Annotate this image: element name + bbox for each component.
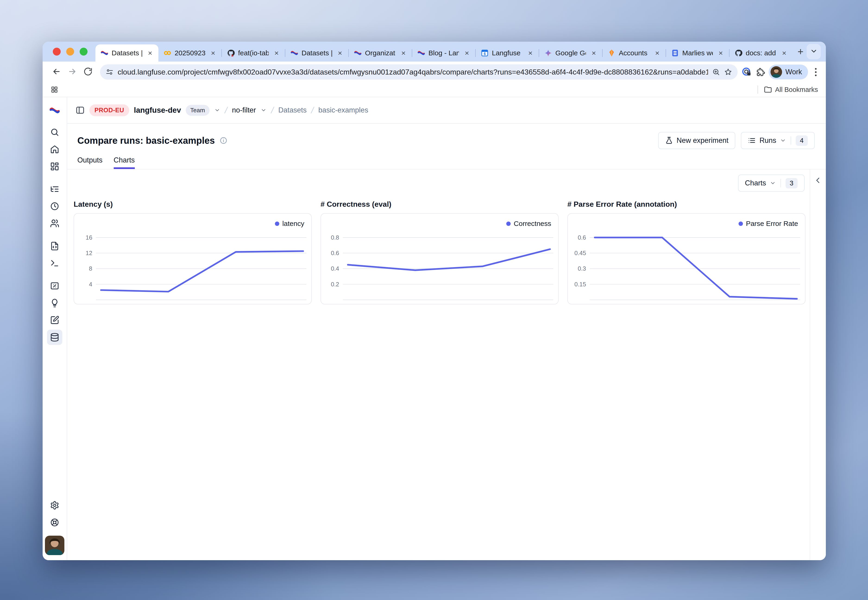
password-manager-extension-icon[interactable] bbox=[742, 67, 751, 77]
view-tabs: OutputsCharts bbox=[67, 149, 826, 170]
close-tab-icon[interactable]: × bbox=[208, 48, 218, 58]
close-tab-icon[interactable]: × bbox=[399, 48, 408, 58]
close-tab-icon[interactable]: × bbox=[335, 48, 344, 58]
close-tab-icon[interactable]: × bbox=[653, 48, 662, 58]
collapse-panel-strip bbox=[810, 170, 826, 560]
sidebar-item-playground[interactable] bbox=[47, 256, 62, 271]
minimize-window-button[interactable] bbox=[66, 48, 74, 56]
browser-tab[interactable]: xfeat(io-tab× bbox=[222, 44, 285, 62]
browser-tab[interactable]: Datasets | L× bbox=[285, 44, 348, 62]
page-zoom-icon[interactable] bbox=[712, 68, 720, 76]
svg-text:8: 8 bbox=[89, 265, 92, 272]
tab-search-button[interactable] bbox=[807, 44, 821, 59]
browser-tab[interactable]: Accounts |× bbox=[602, 44, 666, 62]
sidebar-item-sessions[interactable] bbox=[47, 198, 62, 214]
tab-title: Accounts | bbox=[619, 49, 649, 57]
sidebar-item-datasets[interactable] bbox=[47, 330, 62, 345]
chart-line-series bbox=[101, 251, 303, 292]
address-bar[interactable]: cloud.langfuse.com/project/cmfwgv8fx002o… bbox=[100, 64, 737, 80]
bookmark-star-icon[interactable] bbox=[724, 68, 732, 76]
sidebar-item-prompts[interactable] bbox=[47, 238, 62, 254]
close-tab-icon[interactable]: × bbox=[716, 48, 725, 58]
folder-icon bbox=[764, 86, 772, 94]
charts-row: Latency (s)161284latency# Correctness (e… bbox=[67, 194, 826, 305]
apps-grid-icon[interactable] bbox=[50, 86, 58, 94]
chevron-down-icon bbox=[810, 47, 818, 56]
page-title-row: Compare runs: basic-examples New experim… bbox=[67, 124, 826, 149]
charts-dropdown-button[interactable]: Charts 3 bbox=[738, 174, 804, 192]
environment-badge[interactable]: PROD-EU bbox=[90, 105, 129, 116]
sidebar-item-search[interactable] bbox=[47, 124, 62, 140]
user-avatar[interactable] bbox=[45, 536, 64, 555]
tab-title: Organizatio bbox=[365, 49, 396, 57]
breadcrumb-datasets[interactable]: Datasets bbox=[278, 106, 307, 114]
sidebar-item-support[interactable] bbox=[47, 515, 62, 530]
url-text[interactable]: cloud.langfuse.com/project/cmfwgv8fx002o… bbox=[118, 68, 708, 76]
browser-tab[interactable]: Organizatio× bbox=[349, 44, 412, 62]
close-tab-icon[interactable]: × bbox=[526, 48, 535, 58]
sidebar-item-settings[interactable] bbox=[47, 498, 62, 513]
site-settings-icon[interactable] bbox=[106, 68, 114, 76]
sidebar-item-tracing[interactable] bbox=[47, 182, 62, 197]
all-bookmarks-label: All Bookmarks bbox=[775, 86, 818, 94]
browser-tab[interactable]: Marlies we× bbox=[666, 44, 729, 62]
fullscreen-window-button[interactable] bbox=[80, 48, 88, 56]
close-tab-icon[interactable]: × bbox=[780, 48, 789, 58]
close-tab-icon[interactable]: × bbox=[146, 48, 155, 58]
org-switcher-chevron-icon[interactable] bbox=[214, 107, 220, 113]
sidebar-item-home[interactable] bbox=[47, 142, 62, 157]
back-button[interactable] bbox=[50, 65, 63, 79]
tab-title: Google Ge bbox=[555, 49, 586, 57]
langfuse-favicon-icon bbox=[417, 49, 425, 57]
browser-tab[interactable]: Datasets | L× bbox=[96, 44, 158, 62]
close-window-button[interactable] bbox=[53, 48, 61, 56]
langfuse-favicon-icon bbox=[290, 49, 298, 57]
browser-profile-button[interactable]: Work bbox=[769, 65, 808, 79]
new-tab-button[interactable]: + bbox=[794, 45, 807, 58]
browser-menu-button[interactable] bbox=[812, 68, 820, 76]
all-bookmarks-button[interactable]: All Bookmarks bbox=[764, 86, 818, 94]
browser-tab[interactable]: 6Langfuse -× bbox=[476, 44, 539, 62]
organization-name[interactable]: langfuse-dev bbox=[134, 106, 181, 115]
svg-text:4: 4 bbox=[89, 281, 92, 288]
new-experiment-button[interactable]: New experiment bbox=[658, 132, 736, 149]
charts-content: Charts 3 Latency (s)161284latency# Corre… bbox=[67, 170, 826, 560]
browser-tab[interactable]: 20250923× bbox=[158, 44, 222, 62]
svg-text:12: 12 bbox=[86, 250, 93, 256]
extensions-icon[interactable] bbox=[755, 67, 765, 77]
breadcrumb-dataset-name[interactable]: basic-examples bbox=[319, 106, 368, 114]
browser-tab[interactable]: Blog - Lang× bbox=[412, 44, 475, 62]
svg-text:0.3: 0.3 bbox=[578, 265, 586, 272]
github-favicon-icon bbox=[734, 49, 742, 57]
langfuse-favicon-icon bbox=[354, 49, 362, 57]
tab-charts[interactable]: Charts bbox=[114, 156, 135, 169]
chart-block: # Correctness (eval)0.80.60.40.2Correctn… bbox=[320, 194, 558, 305]
close-tab-icon[interactable]: × bbox=[272, 48, 281, 58]
project-switcher-chevron-icon[interactable] bbox=[261, 107, 267, 113]
close-tab-icon[interactable]: × bbox=[462, 48, 472, 58]
browser-tab[interactable]: docs: add× bbox=[730, 44, 792, 62]
runs-dropdown-button[interactable]: Runs 4 bbox=[741, 132, 815, 149]
info-icon[interactable] bbox=[220, 136, 228, 144]
sidebar-item-insights[interactable] bbox=[47, 295, 62, 311]
sidebar-item-dashboards[interactable] bbox=[47, 159, 62, 174]
svg-text:0.8: 0.8 bbox=[331, 234, 339, 241]
sidebar-item-annotation-queues[interactable] bbox=[47, 312, 62, 328]
tab-outputs[interactable]: Outputs bbox=[77, 156, 103, 169]
collapse-chevron-icon[interactable] bbox=[814, 176, 822, 560]
sidebar-toggle-icon[interactable] bbox=[76, 106, 85, 115]
list-icon bbox=[748, 136, 756, 144]
sidebar-item-evaluation[interactable] bbox=[47, 278, 62, 294]
chart-legend: Parse Error Rate bbox=[739, 220, 798, 227]
chart-title: # Correctness (eval) bbox=[320, 200, 558, 209]
sidebar-item-users[interactable] bbox=[47, 216, 62, 231]
browser-tab[interactable]: Google Ge× bbox=[539, 44, 602, 62]
forward-button[interactable] bbox=[66, 65, 79, 79]
legend-dot-icon bbox=[739, 221, 743, 226]
close-tab-icon[interactable]: × bbox=[589, 48, 598, 58]
window-controls[interactable] bbox=[47, 42, 96, 62]
langfuse-logo[interactable] bbox=[49, 97, 60, 124]
browser-toolbar: cloud.langfuse.com/project/cmfwgv8fx002o… bbox=[42, 62, 826, 82]
project-name[interactable]: no-filter bbox=[232, 106, 256, 114]
reload-button[interactable] bbox=[82, 65, 94, 79]
